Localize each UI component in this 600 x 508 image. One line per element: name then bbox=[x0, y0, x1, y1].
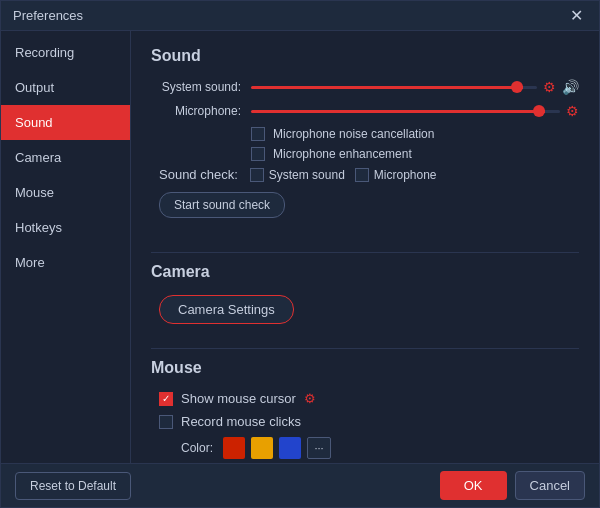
show-cursor-checkbox[interactable]: ✓ bbox=[159, 392, 173, 406]
microphone-row: Microphone: ⚙ bbox=[151, 103, 579, 119]
mouse-color-row-1: Color: ··· bbox=[181, 437, 579, 459]
sound-check-label: Sound check: bbox=[159, 167, 238, 182]
main-body: Recording Output Sound Camera Mouse Hotk… bbox=[1, 31, 599, 463]
cancel-button[interactable]: Cancel bbox=[515, 471, 585, 500]
system-sound-check-option: System sound bbox=[250, 168, 345, 182]
sidebar-item-camera[interactable]: Camera bbox=[1, 140, 130, 175]
preferences-dialog: Preferences ✕ Recording Output Sound Cam… bbox=[0, 0, 600, 508]
show-cursor-label: Show mouse cursor bbox=[181, 391, 296, 406]
camera-section-title: Camera bbox=[151, 263, 579, 281]
record-clicks-row: Record mouse clicks bbox=[159, 414, 579, 429]
microphone-check-checkbox[interactable] bbox=[355, 168, 369, 182]
system-sound-label: System sound: bbox=[151, 80, 251, 94]
ok-cancel-group: OK Cancel bbox=[440, 471, 585, 500]
reset-to-default-button[interactable]: Reset to Default bbox=[15, 472, 131, 500]
color-swatch-blue-1[interactable] bbox=[279, 437, 301, 459]
enhancement-row: Microphone enhancement bbox=[251, 147, 579, 161]
speaker-icon: 🔊 bbox=[562, 79, 579, 95]
sidebar-item-output[interactable]: Output bbox=[1, 70, 130, 105]
color-swatch-yellow-1[interactable] bbox=[251, 437, 273, 459]
system-sound-slider-container: ⚙ 🔊 bbox=[251, 79, 579, 95]
microphone-slider-container: ⚙ bbox=[251, 103, 579, 119]
color-label-1: Color: bbox=[181, 441, 213, 455]
sidebar-item-mouse[interactable]: Mouse bbox=[1, 175, 130, 210]
system-sound-gear-icon[interactable]: ⚙ bbox=[543, 79, 556, 95]
camera-settings-button[interactable]: Camera Settings bbox=[159, 295, 294, 324]
sidebar-item-recording[interactable]: Recording bbox=[1, 35, 130, 70]
bottom-bar: Reset to Default OK Cancel bbox=[1, 463, 599, 507]
record-clicks-checkbox[interactable] bbox=[159, 415, 173, 429]
content-area: Sound System sound: ⚙ 🔊 Microphone: ⚙ bbox=[131, 31, 599, 463]
microphone-label: Microphone: bbox=[151, 104, 251, 118]
sound-check-row: Sound check: System sound Microphone bbox=[159, 167, 579, 182]
mouse-section-title: Mouse bbox=[151, 359, 579, 377]
dialog-title: Preferences bbox=[13, 8, 83, 23]
sound-camera-divider bbox=[151, 252, 579, 253]
sound-section: Sound System sound: ⚙ 🔊 Microphone: ⚙ bbox=[151, 47, 579, 232]
sidebar: Recording Output Sound Camera Mouse Hotk… bbox=[1, 31, 131, 463]
sound-section-title: Sound bbox=[151, 47, 579, 65]
ok-button[interactable]: OK bbox=[440, 471, 507, 500]
mouse-cursor-gear-icon[interactable]: ⚙ bbox=[304, 391, 316, 406]
enhancement-checkbox[interactable] bbox=[251, 147, 265, 161]
camera-section: Camera Camera Settings bbox=[151, 263, 579, 338]
mouse-section: Mouse ✓ Show mouse cursor ⚙ Record mouse… bbox=[151, 359, 579, 463]
title-bar: Preferences ✕ bbox=[1, 1, 599, 31]
start-sound-check-button[interactable]: Start sound check bbox=[159, 192, 285, 218]
sidebar-item-hotkeys[interactable]: Hotkeys bbox=[1, 210, 130, 245]
system-sound-row: System sound: ⚙ 🔊 bbox=[151, 79, 579, 95]
noise-cancellation-checkbox[interactable] bbox=[251, 127, 265, 141]
noise-cancellation-label: Microphone noise cancellation bbox=[273, 127, 434, 141]
color-swatch-red-1[interactable] bbox=[223, 437, 245, 459]
noise-cancellation-row: Microphone noise cancellation bbox=[251, 127, 579, 141]
enhancement-label: Microphone enhancement bbox=[273, 147, 412, 161]
microphone-check-label: Microphone bbox=[374, 168, 437, 182]
system-sound-check-checkbox[interactable] bbox=[250, 168, 264, 182]
camera-mouse-divider bbox=[151, 348, 579, 349]
record-clicks-label: Record mouse clicks bbox=[181, 414, 301, 429]
color-more-button-1[interactable]: ··· bbox=[307, 437, 331, 459]
show-cursor-row: ✓ Show mouse cursor ⚙ bbox=[159, 391, 579, 406]
microphone-slider[interactable] bbox=[251, 110, 560, 113]
sidebar-item-more[interactable]: More bbox=[1, 245, 130, 280]
system-sound-slider[interactable] bbox=[251, 86, 537, 89]
microphone-gear-icon[interactable]: ⚙ bbox=[566, 103, 579, 119]
microphone-check-option: Microphone bbox=[355, 168, 437, 182]
close-button[interactable]: ✕ bbox=[566, 6, 587, 26]
system-sound-check-label: System sound bbox=[269, 168, 345, 182]
sidebar-item-sound[interactable]: Sound bbox=[1, 105, 130, 140]
